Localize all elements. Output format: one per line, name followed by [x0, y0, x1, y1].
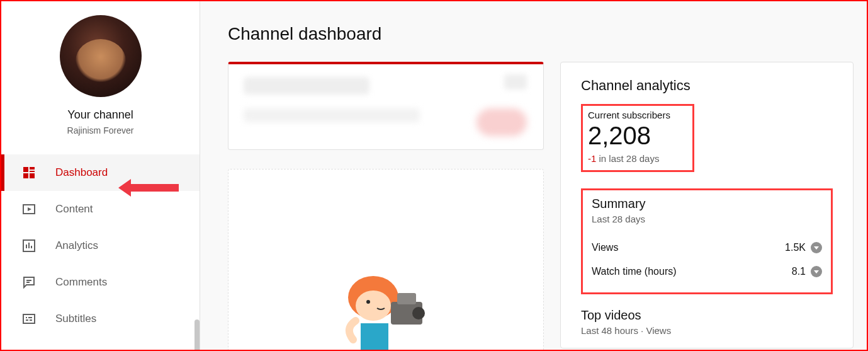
summary-row-value: 8.1 [792, 266, 806, 277]
svg-rect-3 [23, 173, 28, 178]
your-channel-label: Your channel [1, 108, 200, 122]
svg-point-19 [366, 300, 370, 304]
comments-icon [21, 275, 37, 290]
upload-illustration [323, 263, 449, 350]
page-title: Channel dashboard [200, 1, 867, 62]
svg-rect-4 [30, 173, 35, 178]
sidebar-item-label: Analytics [55, 239, 98, 252]
channel-analytics-card: Channel analytics Current subscribers 2,… [560, 62, 854, 348]
app-frame: Your channel Rajinism Forever Dashboard … [0, 0, 868, 351]
summary-box: Summary Last 28 days Views 1.5K Watch ti… [581, 188, 833, 294]
subscribers-delta-value: -1 [588, 153, 596, 164]
analytics-icon [21, 238, 37, 253]
subtitles-icon [21, 311, 37, 326]
sidebar-item-analytics[interactable]: Analytics [1, 227, 200, 264]
main-content: Channel dashboard [200, 1, 867, 350]
channel-header: Your channel Rajinism Forever [1, 1, 200, 135]
svg-rect-2 [30, 171, 35, 172]
trend-down-icon [811, 242, 822, 253]
sidebar-item-label: Content [55, 203, 93, 216]
top-videos-section: Top videos Last 48 hours · Views [581, 308, 833, 336]
promo-card[interactable] [228, 62, 544, 150]
channel-name-label: Rajinism Forever [1, 125, 200, 135]
summary-row-label: Views [592, 242, 618, 253]
svg-rect-21 [397, 293, 416, 304]
svg-rect-1 [30, 167, 35, 170]
summary-row-label: Watch time (hours) [592, 266, 677, 277]
top-videos-title: Top videos [581, 308, 833, 323]
blurred-content [504, 74, 527, 89]
dashboard-right-column: Channel analytics Current subscribers 2,… [560, 62, 854, 350]
dashboard-cards-row: Channel analytics Current subscribers 2,… [200, 62, 867, 350]
svg-rect-0 [23, 167, 28, 172]
sidebar-nav: Dashboard Content Analytics Comments [1, 154, 200, 337]
svg-point-18 [356, 291, 391, 321]
subscribers-count: 2,208 [588, 122, 687, 149]
analytics-card-title: Channel analytics [581, 78, 833, 94]
subscribers-delta: -1 in last 28 days [588, 153, 687, 164]
summary-title: Summary [592, 197, 822, 211]
summary-subtitle: Last 28 days [592, 214, 822, 224]
upload-prompt-card[interactable] [228, 169, 544, 350]
sidebar-item-label: Subtitles [55, 313, 96, 325]
subscribers-label: Current subscribers [588, 110, 687, 120]
channel-avatar[interactable] [60, 15, 142, 97]
current-subscribers-box: Current subscribers 2,208 -1 in last 28 … [581, 104, 694, 172]
content-icon [21, 202, 37, 217]
sidebar-scrollbar[interactable] [194, 319, 200, 351]
svg-point-22 [412, 307, 425, 319]
summary-row-value: 1.5K [785, 242, 806, 253]
trend-down-icon [811, 266, 822, 277]
blurred-content [244, 77, 369, 95]
top-videos-subtitle: Last 48 hours · Views [581, 325, 833, 336]
sidebar-item-content[interactable]: Content [1, 191, 200, 227]
blurred-content [476, 108, 527, 136]
sidebar-item-label: Comments [55, 276, 107, 289]
blurred-content [244, 108, 420, 122]
sidebar: Your channel Rajinism Forever Dashboard … [1, 1, 200, 350]
summary-row-watchtime[interactable]: Watch time (hours) 8.1 [592, 260, 822, 284]
sidebar-item-dashboard[interactable]: Dashboard [1, 154, 200, 191]
subscribers-delta-suffix: in last 28 days [596, 153, 659, 164]
sidebar-item-subtitles[interactable]: Subtitles [1, 301, 200, 337]
dashboard-left-column [228, 62, 544, 350]
sidebar-item-comments[interactable]: Comments [1, 264, 200, 301]
dashboard-icon [21, 165, 37, 180]
sidebar-item-label: Dashboard [55, 166, 108, 179]
summary-row-views[interactable]: Views 1.5K [592, 236, 822, 260]
svg-rect-23 [361, 323, 388, 350]
svg-rect-12 [23, 314, 35, 323]
